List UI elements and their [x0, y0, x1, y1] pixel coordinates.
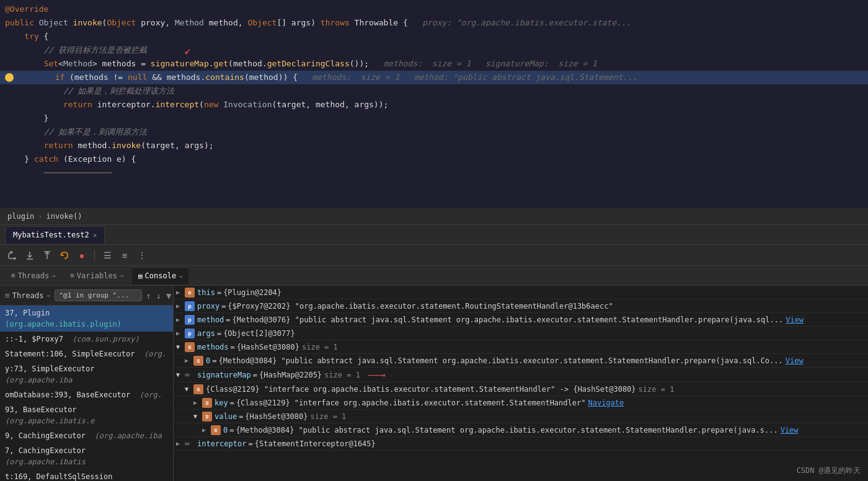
var-sigmap-icon: ∞ [185, 370, 195, 379]
method-view-link[interactable]: View [786, 316, 804, 324]
tab-label: MybatisTest.test2 [13, 231, 89, 239]
var-sigmap-value-0[interactable]: ▶ ≡ 0 = {Method@3084} "public abstract j… [174, 423, 868, 437]
code-line-7: // 如果是，则拦截处理该方法 [0, 84, 868, 98]
thread-item-3[interactable]: Statement:106, SimpleExecutor (org. [0, 346, 173, 361]
expand-sigmap-key[interactable]: ▶ [193, 399, 202, 406]
var-interceptor-icon: ∞ [185, 439, 195, 448]
var-methods-icon: ≡ [185, 342, 195, 352]
var-args[interactable]: ▶ p args = {Object[2]@3077} [174, 327, 868, 340]
threads-icon: ≡ [11, 271, 16, 280]
frames-btn[interactable]: ☰ [100, 248, 115, 263]
var-sigmap-key[interactable]: ▶ ≡ key = {Class@2129} "interface org.ap… [174, 396, 868, 410]
code-line-4: // 获得目标方法是否被拦截 ↙ [0, 43, 868, 57]
var-signaturemap[interactable]: ▼ ∞ signatureMap = {HashMap@2205} size =… [174, 368, 868, 382]
var-methods-0[interactable]: ▶ ≡ 0 = {Method@3084} "public abstract j… [174, 354, 868, 368]
console-arrow: → [179, 273, 182, 280]
breadcrumb-method: invoke() [46, 212, 82, 221]
var-proxy-icon: p [185, 301, 195, 311]
var-this-icon: o [185, 288, 195, 298]
panel-tab-bar: ≡ Threads → ≡ Variables → ▤ Console → [0, 266, 868, 286]
console-icon: ▤ [138, 272, 143, 280]
variables-tab-label: Variables [77, 271, 117, 280]
thread-item-9[interactable]: t:169, DefaultSqlSession (org.apache. [0, 469, 173, 481]
code-line-8: return interceptor. intercept ( new Invo… [0, 98, 868, 112]
code-line-6: if (methods != null && methods. contains… [0, 71, 868, 84]
expand-sigmap-value[interactable]: ▼ [193, 413, 202, 420]
var-sigmap-val0-icon: ≡ [211, 425, 221, 435]
thread-item-1[interactable]: 37, Plugin (org.apache.ibatis.plugin) [0, 306, 173, 332]
thread-dropdown[interactable]: "@1 in group "... [55, 289, 142, 301]
tab-console[interactable]: ▤ Console → [132, 267, 188, 285]
breadcrumb: plugin › invoke() [0, 208, 868, 225]
expand-sigmap-value-0[interactable]: ▶ [202, 426, 211, 433]
code-line-2: public Object invoke ( Object proxy, Met… [0, 16, 868, 30]
thread-filter-btn[interactable]: ▼ [165, 289, 172, 302]
thread-up-btn[interactable]: ↑ [144, 289, 152, 302]
tab-bar: MybatisTest.test2 ✕ [0, 225, 868, 245]
expand-this[interactable]: ▶ [176, 289, 185, 296]
debug-toolbar: ▪ ☰ ≡ ⋮ [0, 245, 868, 266]
code-line-12: } catch (Exception e) { [0, 152, 868, 166]
watermark: CSDN @遇见的昨天 [797, 466, 861, 476]
variables-icon: ≡ [70, 271, 74, 280]
expand-signaturemap[interactable]: ▼ [176, 371, 185, 378]
var-this[interactable]: ▶ o this = {Plugin@2204} [174, 286, 868, 299]
var-methods[interactable]: ▼ ≡ methods = {HashSet@3080} size = 1 [174, 340, 868, 354]
threads-menu-icon: ≡ [5, 291, 10, 300]
var-method-icon: p [185, 315, 195, 325]
expand-args[interactable]: ▶ [176, 330, 185, 337]
breadcrumb-plugin: plugin [7, 212, 34, 221]
threads-arrow: → [51, 272, 55, 279]
thread-item-8[interactable]: 7, CachingExecutor (org.apache.ibatis [0, 443, 173, 469]
tab-threads[interactable]: ≡ Threads → [5, 267, 61, 285]
threads-panel: ≡ Threads → "@1 in group "... ↑ ↓ ▼ + 37… [0, 286, 174, 481]
code-line-1: @Override [0, 2, 868, 16]
var-sigmap-entry[interactable]: ▼ ≡ {Class@2129} "interface org.apache.i… [174, 382, 868, 396]
methods-0-view-link[interactable]: View [786, 356, 804, 365]
rerun-btn[interactable] [57, 248, 72, 263]
val0-view-link[interactable]: View [781, 426, 799, 435]
var-proxy[interactable]: ▶ p proxy = {$Proxy7@2202} "org.apache.i… [174, 299, 868, 313]
code-line-partial: ━━━━━━━━━━━━━━ [0, 166, 868, 180]
threads-title: Threads [12, 291, 44, 300]
thread-item-4[interactable]: y:73, SimpleExecutor (org.apache.iba [0, 361, 173, 387]
threads-tab-label: Threads [18, 271, 50, 280]
expand-methods-0[interactable]: ▶ [185, 357, 193, 364]
code-editor: @Override public Object invoke ( Object … [0, 0, 868, 208]
tab-variables[interactable]: ≡ Variables → [64, 267, 130, 285]
tab-close-btn[interactable]: ✕ [93, 231, 97, 239]
thread-item-7[interactable]: 9, CachingExecutor (org.apache.iba [0, 428, 173, 443]
breakpoints-btn[interactable]: ≡ [117, 248, 132, 263]
expand-proxy[interactable]: ▶ [176, 302, 185, 309]
console-tab-label: Console [145, 271, 177, 280]
code-line-9: } [0, 112, 868, 125]
var-sigmap-value[interactable]: ▼ ≡ value = {HashSet@3080} size = 1 [174, 410, 868, 423]
threads-arrow-icon: → [46, 292, 50, 299]
stop-btn[interactable]: ▪ [74, 248, 89, 263]
extra-btn[interactable]: ⋮ [135, 248, 149, 263]
tab-mybatistest[interactable]: MybatisTest.test2 ✕ [5, 226, 105, 244]
code-line-3: try { [0, 30, 868, 43]
code-line-10: // 如果不是，则调用原方法 [0, 125, 868, 139]
expand-method[interactable]: ▶ [176, 316, 185, 323]
panel-content: ≡ Threads → "@1 in group "... ↑ ↓ ▼ + 37… [0, 286, 868, 481]
var-interceptor[interactable]: ▶ ∞ interceptor = {StatementInterceptor@… [174, 437, 868, 451]
variables-panel: ▶ o this = {Plugin@2204} ▶ p proxy = {$P… [174, 286, 868, 481]
step-out-btn[interactable] [40, 248, 55, 263]
step-into-btn[interactable] [22, 248, 37, 263]
thread-item-2[interactable]: ::-1, $Proxy7 (com.sun.proxy) [0, 332, 173, 346]
expand-interceptor[interactable]: ▶ [176, 440, 185, 447]
var-method[interactable]: ▶ p method = {Method@3076} "public abstr… [174, 313, 868, 327]
expand-sigmap-entry[interactable]: ▼ [185, 386, 193, 392]
step-over-btn[interactable] [5, 248, 20, 263]
variables-list: ▶ o this = {Plugin@2204} ▶ p proxy = {$P… [174, 286, 868, 481]
key-navigate-link[interactable]: Navigate [588, 399, 624, 407]
thread-item-6[interactable]: 93, BaseExecutor (org.apache.ibatis.e [0, 402, 173, 428]
var-args-icon: p [185, 329, 195, 338]
code-line-5: Set < Method > methods = signatureMap . … [0, 57, 868, 71]
var-sigmap-key-icon: ≡ [202, 398, 212, 408]
expand-methods[interactable]: ▼ [176, 343, 185, 350]
thread-down-btn[interactable]: ↓ [154, 289, 162, 302]
thread-item-5[interactable]: omDatabase:393, BaseExecutor (org. [0, 387, 173, 402]
sigmap-red-arrow: ——→ [368, 369, 386, 381]
